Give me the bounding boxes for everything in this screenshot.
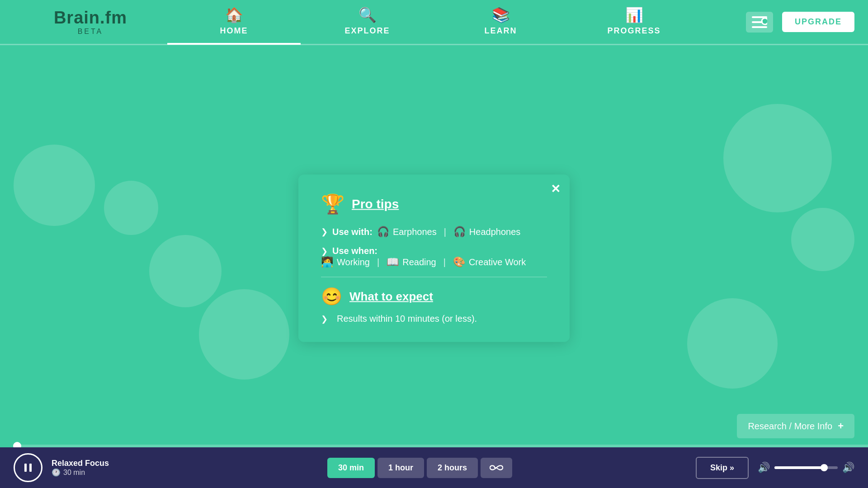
research-plus-icon: + <box>838 420 844 432</box>
reading-text: Reading <box>402 257 436 267</box>
nav-progress-label: PROGRESS <box>607 26 660 36</box>
earphones-icon: 🎧 <box>377 226 389 238</box>
pro-tips-header: 🏆 Pro tips <box>321 193 547 215</box>
use-when-row: ❯ Use when: 🧑‍💻 Working | 📖 Reading | 🎨 … <box>321 246 547 268</box>
earphones-text: Earphones <box>393 226 437 237</box>
headphones-icon: 🎧 <box>453 226 466 238</box>
deco-circle-5 <box>723 104 832 212</box>
modal-divider <box>321 277 547 277</box>
play-pause-button[interactable] <box>14 453 42 482</box>
what-icon: 😊 <box>321 286 342 306</box>
separator-3: | <box>443 257 446 267</box>
deco-circle-2 <box>104 181 158 235</box>
svg-rect-5 <box>24 464 27 472</box>
creative-work-icon: 🎨 <box>453 256 465 268</box>
nav-learn-label: LEARN <box>485 26 517 36</box>
expect-text: ❯ Results within 10 minutes (or less). <box>321 314 547 324</box>
skip-button[interactable]: Skip » <box>696 457 749 479</box>
nav-progress[interactable]: 📊 PROGRESS <box>567 0 701 45</box>
nav-explore-label: EXPLORE <box>344 26 390 36</box>
pro-tips-title: Pro tips <box>352 197 399 211</box>
earphones-item: 🎧 Earphones <box>377 226 437 238</box>
use-when-label: Use when: <box>332 246 377 256</box>
deco-circle-4 <box>199 289 289 380</box>
nav-home[interactable]: 🏠 HOME <box>167 0 301 45</box>
chevron-icon-1: ❯ <box>321 227 328 237</box>
deco-circle-3 <box>149 235 222 307</box>
reading-item: 📖 Reading <box>387 256 436 268</box>
headphones-item: 🎧 Headphones <box>453 226 520 238</box>
track-info: Relaxed Focus 🕐 30 min <box>52 459 151 477</box>
learn-icon: 📚 <box>492 6 510 23</box>
deco-circle-6 <box>791 208 854 271</box>
working-item: 🧑‍💻 Working <box>321 256 370 268</box>
volume-slider[interactable] <box>774 466 838 469</box>
use-with-row: ❯ Use with: 🎧 Earphones | 🎧 Headphones <box>321 226 547 238</box>
explore-icon: 🔍 <box>359 6 377 23</box>
nav-learn[interactable]: 📚 LEARN <box>434 0 567 45</box>
main-content: ✕ 🏆 Pro tips ❯ Use with: 🎧 Earphones | 🎧… <box>0 45 868 488</box>
home-icon: 🏠 <box>225 6 243 23</box>
header: Brain.fm BETA 🏠 HOME 🔍 EXPLORE 📚 LEARN 📊… <box>0 0 868 45</box>
volume-icon: 🔊 <box>758 462 770 474</box>
progress-icon: 📊 <box>625 6 643 23</box>
volume-max-icon: 🔊 <box>842 462 854 474</box>
use-with-label: Use with: <box>332 226 373 237</box>
what-to-expect-header: 😊 What to expect <box>321 286 547 306</box>
volume-knob[interactable] <box>821 464 828 471</box>
header-right: UPGRADE <box>701 12 868 33</box>
nav-home-label: HOME <box>220 26 248 36</box>
profile-button[interactable] <box>746 12 773 33</box>
pro-tips-modal: ✕ 🏆 Pro tips ❯ Use with: 🎧 Earphones | 🎧… <box>298 175 570 342</box>
research-btn-label: Research / More Info <box>748 421 832 432</box>
results-text: Results within 10 minutes (or less). <box>337 314 477 324</box>
working-icon: 🧑‍💻 <box>321 256 333 268</box>
separator-2: | <box>377 257 379 267</box>
working-text: Working <box>337 257 370 267</box>
nav-explore[interactable]: 🔍 EXPLORE <box>301 0 434 45</box>
creative-work-text: Creative Work <box>469 257 526 267</box>
svg-rect-6 <box>29 464 32 472</box>
modal-close-button[interactable]: ✕ <box>551 182 561 196</box>
use-when-items: 🧑‍💻 Working | 📖 Reading | 🎨 Creative Wor… <box>321 256 526 268</box>
clock-icon: 🕐 <box>52 468 61 477</box>
volume-control: 🔊 🔊 <box>758 462 854 474</box>
use-with-items: 🎧 Earphones | 🎧 Headphones <box>377 226 520 238</box>
pro-tips-icon: 🏆 <box>321 193 344 215</box>
deco-circle-1 <box>14 145 95 226</box>
chevron-icon-2: ❯ <box>321 246 328 256</box>
btn-1hour[interactable]: 1 hour <box>377 458 424 478</box>
btn-infinite[interactable] <box>481 458 512 478</box>
headphones-text: Headphones <box>469 226 520 237</box>
volume-fill <box>774 466 822 469</box>
logo-area: Brain.fm BETA <box>0 8 167 36</box>
track-name: Relaxed Focus <box>52 459 151 468</box>
what-to-expect-title: What to expect <box>349 289 433 303</box>
track-duration-value: 30 min <box>63 469 85 477</box>
research-more-info-button[interactable]: Research / More Info + <box>737 414 854 438</box>
creative-work-item: 🎨 Creative Work <box>453 256 526 268</box>
svg-rect-2 <box>752 26 767 28</box>
btn-2hours[interactable]: 2 hours <box>427 458 478 478</box>
chevron-icon-3: ❯ <box>321 314 328 324</box>
nav-bar: 🏠 HOME 🔍 EXPLORE 📚 LEARN 📊 PROGRESS <box>167 0 701 45</box>
logo-title: Brain.fm <box>54 8 127 28</box>
bottom-player-bar: Relaxed Focus 🕐 30 min 30 min 1 hour 2 h… <box>0 447 868 488</box>
upgrade-button[interactable]: UPGRADE <box>782 12 854 32</box>
reading-icon: 📖 <box>387 256 399 268</box>
deco-circle-7 <box>687 298 778 389</box>
time-controls: 30 min 1 hour 2 hours <box>327 458 512 478</box>
logo-beta: BETA <box>78 28 104 36</box>
separator-1: | <box>444 226 446 237</box>
btn-30min[interactable]: 30 min <box>327 458 375 478</box>
track-duration: 🕐 30 min <box>52 468 151 477</box>
